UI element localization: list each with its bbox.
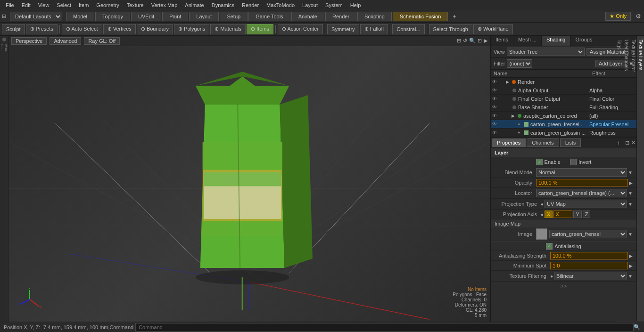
menu-dynamics[interactable]: Dynamics bbox=[208, 1, 238, 9]
presets-button[interactable]: ⊕ Presets bbox=[26, 24, 58, 34]
menu-maxtomodo[interactable]: MaxToModo bbox=[263, 1, 298, 9]
sidebar-item-e[interactable]: E... bbox=[0, 44, 4, 55]
menu-render[interactable]: Render bbox=[238, 1, 263, 9]
tree-row-frensel[interactable]: 👁 ✦ carton_green_frensel... Specular Fre… bbox=[491, 120, 636, 129]
menu-animate[interactable]: Animate bbox=[181, 1, 207, 9]
settings-icon[interactable]: ⚙ bbox=[633, 13, 644, 20]
viewport-advanced-button[interactable]: Advanced bbox=[50, 37, 81, 45]
tree-item-aseptic[interactable]: aseptic_carton_colored bbox=[523, 113, 577, 119]
boundary-button[interactable]: ⊕ Boundary bbox=[137, 24, 173, 34]
workplane-button[interactable]: ⊗ WorkPlane bbox=[473, 24, 513, 34]
falloff-button[interactable]: ⊕ Falloff bbox=[360, 24, 388, 34]
rotate-icon[interactable]: ↺ bbox=[463, 38, 467, 44]
image-map-header[interactable]: Image Map bbox=[491, 220, 636, 227]
tab-topology[interactable]: Topology bbox=[95, 12, 130, 21]
tab-game-tools[interactable]: Game Tools bbox=[248, 12, 290, 21]
tree-row-final-color[interactable]: 👁 Final Color Output Final Color bbox=[491, 95, 636, 103]
vtab-texture-locator[interactable]: Texture Locator bbox=[630, 36, 637, 322]
menu-layout[interactable]: Layout bbox=[298, 1, 322, 9]
visibility-icon-fc[interactable]: 👁 bbox=[491, 96, 498, 101]
props-tab-channels[interactable]: Channels bbox=[527, 138, 559, 147]
menu-system[interactable]: System bbox=[322, 1, 347, 9]
panel-tab-groups[interactable]: Groups bbox=[570, 36, 597, 46]
locator-select[interactable]: carton_green_frensel (Image) (... bbox=[536, 189, 627, 197]
items-button[interactable]: ⊕ Items bbox=[247, 24, 273, 34]
blend-mode-select[interactable]: Normal bbox=[536, 168, 627, 177]
panel-tab-items[interactable]: Items bbox=[491, 36, 513, 46]
sculpt-button[interactable]: Sculpt bbox=[2, 24, 25, 34]
viewport-raygl-button[interactable]: Ray GL: Off bbox=[84, 37, 120, 45]
axis-x-button[interactable]: X bbox=[545, 211, 553, 218]
visibility-icon-aseptic[interactable]: 👁 bbox=[491, 113, 498, 118]
viewport-mode-button[interactable]: Perspective bbox=[11, 37, 47, 45]
viewport-canvas[interactable]: No Items Polygons : Face Channels: 0 Def… bbox=[8, 46, 490, 322]
menu-edit[interactable]: Edit bbox=[18, 1, 34, 9]
tab-paint[interactable]: Paint bbox=[162, 12, 188, 21]
enable-checkbox[interactable]: ✓ bbox=[536, 159, 543, 165]
tab-animate[interactable]: Animate bbox=[291, 12, 324, 21]
settings-icon-vp[interactable]: ▶ bbox=[484, 38, 487, 44]
projection-type-select[interactable]: UV Map bbox=[545, 200, 627, 208]
command-input[interactable] bbox=[135, 323, 634, 332]
visibility-icon[interactable]: 👁 bbox=[491, 79, 498, 84]
tree-item-bs[interactable]: Base Shader bbox=[518, 105, 548, 110]
expand-arrow-aseptic-icon[interactable]: ▶ bbox=[512, 113, 515, 118]
menu-texture[interactable]: Texture bbox=[123, 1, 148, 9]
menu-view[interactable]: View bbox=[34, 1, 53, 9]
shader-tree-select[interactable]: Shader Tree bbox=[507, 48, 585, 56]
menu-select[interactable]: Select bbox=[53, 1, 75, 9]
vtab-user-channels[interactable]: User Channels bbox=[623, 36, 630, 322]
tree-item-glossin[interactable]: carton_green_glossin ... bbox=[530, 130, 586, 136]
tab-schematic-fusion[interactable]: Schematic Fusion bbox=[393, 12, 448, 21]
tree-row-base-shader[interactable]: 👁 Base Shader Full Shading bbox=[491, 103, 636, 112]
tab-uvedit[interactable]: UVEdit bbox=[131, 12, 161, 21]
tree-item-alpha[interactable]: Alpha Output bbox=[518, 88, 548, 93]
cmd-search-icon[interactable]: 🔍 bbox=[634, 324, 640, 330]
visibility-icon-glossin[interactable]: 👁 bbox=[491, 130, 498, 135]
auto-select-button[interactable]: ⊕ Auto Select bbox=[62, 24, 102, 34]
scroll-down-icon[interactable]: >> bbox=[491, 282, 636, 291]
materials-button[interactable]: ⊕ Materials bbox=[210, 24, 246, 34]
viewport[interactable]: Perspective Advanced Ray GL: Off ⊞ ↺ 🔍 ⊡… bbox=[8, 36, 490, 322]
panel-tab-shading[interactable]: Shading bbox=[542, 36, 570, 46]
props-tab-properties[interactable]: Properties bbox=[492, 138, 526, 147]
tree-row-glossin[interactable]: 👁 ✦ carton_green_glossin ... Roughness bbox=[491, 129, 636, 137]
filter-select[interactable]: (none) bbox=[507, 59, 532, 68]
vertices-button[interactable]: ⊕ Vertices bbox=[103, 24, 136, 34]
tree-row-alpha[interactable]: 👁 Alpha Output Alpha bbox=[491, 86, 636, 95]
only-button[interactable]: ★ Only bbox=[605, 12, 631, 21]
menu-geometry[interactable]: Geometry bbox=[92, 1, 123, 9]
visibility-icon-bs[interactable]: 👁 bbox=[491, 105, 498, 110]
expand-icon[interactable]: ⊡ bbox=[478, 38, 482, 44]
axis-x-input[interactable] bbox=[553, 211, 572, 218]
tree-item-render[interactable]: Render bbox=[518, 79, 535, 85]
search-icon[interactable]: 🔍 bbox=[469, 38, 476, 44]
tree-item-frensel[interactable]: carton_green_frensel... bbox=[530, 121, 584, 127]
layout-dropdown[interactable]: Default Layouts bbox=[10, 12, 62, 21]
vtab-texture-layers[interactable]: Texture Layers bbox=[637, 36, 644, 322]
tab-layout[interactable]: Layout bbox=[189, 12, 219, 21]
antialiasing-checkbox[interactable]: ✓ bbox=[546, 243, 553, 250]
constrain-button[interactable]: Constrai... bbox=[392, 24, 424, 34]
tree-item-fc[interactable]: Final Color Output bbox=[518, 96, 560, 102]
axis-z-button[interactable]: Z bbox=[583, 211, 591, 218]
sidebar-item-mes[interactable]: Mes... bbox=[4, 44, 8, 55]
expand-arrow-icon[interactable]: ▶ bbox=[506, 80, 509, 84]
visibility-icon-frensel[interactable]: 👁 bbox=[491, 121, 498, 127]
opacity-input[interactable] bbox=[536, 179, 628, 186]
panel-tab-mesh[interactable]: Mesh ... bbox=[513, 36, 542, 46]
vtab-tags[interactable]: Tags bbox=[616, 36, 623, 322]
visibility-icon-alpha[interactable]: 👁 bbox=[491, 88, 498, 93]
select-through-button[interactable]: Select Through bbox=[429, 24, 472, 34]
menu-item[interactable]: Item bbox=[75, 1, 92, 9]
camera-icon[interactable]: ⊞ bbox=[457, 38, 461, 44]
tab-render[interactable]: Render bbox=[325, 12, 356, 21]
image-preview[interactable] bbox=[536, 228, 547, 240]
add-layout-tab-button[interactable]: + bbox=[449, 12, 460, 21]
axis-y-button[interactable]: Y bbox=[573, 211, 581, 218]
tree-row-aseptic[interactable]: 👁 ▶ aseptic_carton_colored (all) bbox=[491, 112, 636, 120]
tab-setup[interactable]: Setup bbox=[220, 12, 248, 21]
polygons-button[interactable]: ⊕ Polygons bbox=[174, 24, 209, 34]
tree-row-render[interactable]: 👁 ▶ Render bbox=[491, 78, 636, 86]
invert-checkbox[interactable] bbox=[570, 159, 577, 165]
